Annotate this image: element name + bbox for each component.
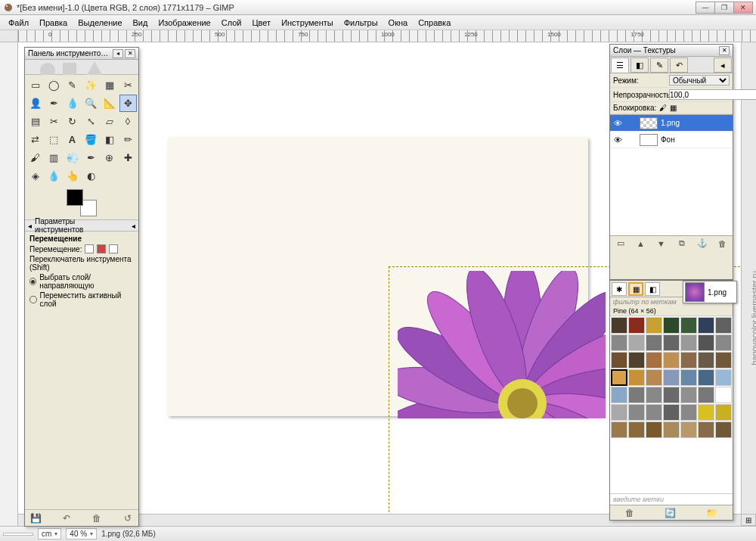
pattern-swatch[interactable]: [698, 387, 714, 403]
toolbox-title-bar[interactable]: Панель инструментов — Пара... ◂ ✕: [25, 48, 138, 60]
move-layer-icon[interactable]: [85, 244, 94, 253]
menu-filters[interactable]: Фильтры: [339, 17, 383, 29]
pattern-swatch[interactable]: [680, 317, 697, 334]
duplicate-layer-icon[interactable]: ⧉: [676, 238, 688, 250]
menu-view[interactable]: Вид: [128, 17, 153, 29]
tool-clone[interactable]: ⊕: [101, 149, 118, 166]
tab-paths[interactable]: ✎: [650, 58, 668, 73]
mode-select[interactable]: Обычный: [669, 75, 730, 86]
pattern-swatch[interactable]: [646, 352, 662, 368]
tool-ellipse-select[interactable]: ◯: [45, 76, 63, 94]
menu-layer[interactable]: Слой: [216, 17, 247, 29]
tool-perspective-clone[interactable]: ◈: [26, 167, 44, 185]
tool-smudge[interactable]: 👆: [64, 167, 81, 185]
tool-crop[interactable]: ✂: [45, 113, 63, 130]
pattern-swatch[interactable]: [680, 404, 697, 421]
pattern-swatch[interactable]: [698, 404, 714, 421]
tab-menu-button[interactable]: ◂: [714, 58, 732, 73]
pattern-swatch[interactable]: [663, 317, 680, 334]
pattern-swatch[interactable]: [698, 369, 714, 386]
pattern-swatch[interactable]: [663, 421, 680, 438]
pattern-swatch[interactable]: [611, 387, 627, 403]
pattern-swatch[interactable]: [611, 369, 627, 386]
tool-perspective[interactable]: ◊: [119, 113, 137, 130]
menu-windows[interactable]: Окна: [383, 17, 414, 29]
tool-text[interactable]: A: [64, 131, 81, 148]
lock-alpha-icon[interactable]: ▦: [670, 104, 677, 112]
tool-measure[interactable]: 📐: [101, 95, 118, 112]
pattern-swatch[interactable]: [646, 317, 662, 334]
tool-pencil[interactable]: ✏: [119, 131, 137, 148]
tool-cage[interactable]: ⬚: [45, 131, 63, 148]
tool-fuzzy-select[interactable]: ✨: [82, 76, 100, 94]
layer-item[interactable]: 👁 Фон: [610, 132, 733, 148]
pattern-swatch[interactable]: [680, 369, 697, 386]
pattern-swatch[interactable]: [628, 404, 645, 421]
tool-options-title[interactable]: ◂ Параметры инструментов ◂: [25, 219, 138, 232]
save-options-icon[interactable]: 💾: [29, 512, 42, 524]
visibility-icon[interactable]: 👁: [612, 135, 623, 145]
pattern-swatch[interactable]: [680, 421, 697, 438]
radio-pick-layer[interactable]: Выбрать слой/направляющую: [29, 273, 134, 290]
layers-title-bar[interactable]: Слои — Текстуры ✕: [610, 45, 733, 57]
pattern-swatch[interactable]: [680, 334, 697, 351]
toolbox-menu-button[interactable]: ◂: [113, 49, 123, 58]
pattern-swatch[interactable]: [628, 421, 645, 438]
menu-file[interactable]: Файл: [3, 17, 34, 29]
raise-layer-icon[interactable]: ▲: [635, 238, 647, 250]
toolbox-close-button[interactable]: ✕: [125, 49, 135, 58]
delete-pattern-icon[interactable]: 🗑: [625, 508, 634, 518]
tab-gradients[interactable]: ◧: [645, 282, 660, 296]
pattern-swatch[interactable]: [680, 387, 697, 403]
pattern-swatch[interactable]: [611, 334, 627, 351]
pattern-swatch[interactable]: [628, 387, 645, 403]
pattern-swatch[interactable]: [628, 317, 645, 334]
tag-input[interactable]: введите метки: [610, 493, 733, 505]
tool-ink[interactable]: ✒: [82, 149, 100, 166]
pattern-swatch[interactable]: [611, 317, 627, 334]
menu-help[interactable]: Справка: [413, 17, 456, 29]
pattern-swatch[interactable]: [715, 404, 732, 421]
pattern-swatch[interactable]: [646, 334, 662, 351]
tool-align[interactable]: ▤: [26, 113, 44, 130]
tab-brushes[interactable]: ✱: [612, 282, 627, 296]
close-button[interactable]: ✕: [733, 2, 753, 14]
delete-options-icon[interactable]: 🗑: [91, 512, 103, 524]
pattern-swatch[interactable]: [715, 334, 732, 351]
pattern-grid[interactable]: [610, 316, 733, 493]
pattern-swatch[interactable]: [715, 317, 732, 334]
pattern-swatch[interactable]: [698, 421, 714, 438]
pattern-swatch[interactable]: [663, 387, 680, 403]
opacity-input[interactable]: [669, 89, 756, 100]
tool-blur[interactable]: 💧: [45, 167, 63, 185]
tab-channels[interactable]: ◧: [631, 58, 649, 73]
tool-color-select[interactable]: ▦: [101, 76, 118, 94]
delete-layer-icon[interactable]: 🗑: [717, 238, 729, 250]
tool-zoom[interactable]: 🔍: [82, 95, 100, 112]
tool-move[interactable]: ✥: [119, 95, 137, 112]
pattern-swatch[interactable]: [698, 352, 714, 368]
navigate-icon[interactable]: ⊞: [741, 514, 756, 526]
pattern-swatch[interactable]: [698, 317, 714, 334]
fg-color-swatch[interactable]: [67, 189, 83, 206]
pattern-swatch[interactable]: [646, 387, 662, 403]
tool-color-picker[interactable]: 💧: [64, 95, 81, 112]
pattern-swatch[interactable]: [715, 352, 732, 368]
tool-scissors[interactable]: ✂: [119, 76, 137, 94]
options-menu-icon[interactable]: ◂: [132, 222, 135, 230]
lock-pixels-icon[interactable]: 🖌: [659, 104, 667, 112]
radio-move-active[interactable]: Переместить активный слой: [29, 291, 134, 308]
tool-rect-select[interactable]: ▭: [26, 76, 44, 94]
pattern-swatch[interactable]: [663, 404, 680, 421]
tool-bucket[interactable]: 🪣: [82, 131, 100, 148]
pattern-swatch[interactable]: [698, 334, 714, 351]
status-zoom-select[interactable]: 40 %: [66, 528, 97, 539]
tab-patterns[interactable]: ▦: [628, 282, 643, 296]
tool-airbrush[interactable]: 💨: [64, 149, 81, 166]
pattern-swatch[interactable]: [628, 369, 645, 386]
move-path-icon[interactable]: [109, 244, 118, 253]
pattern-swatch[interactable]: [715, 387, 732, 403]
pattern-swatch[interactable]: [628, 352, 645, 368]
pattern-swatch[interactable]: [646, 369, 662, 386]
reset-options-icon[interactable]: ↺: [122, 512, 134, 524]
